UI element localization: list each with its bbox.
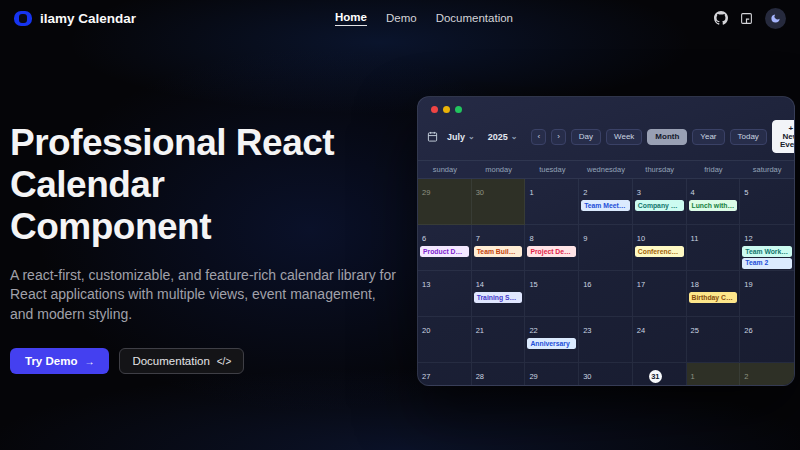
maximize-window-icon[interactable] [455,106,462,113]
calendar-day-cell[interactable]: 2Team Meeting [579,179,633,225]
calendar-event[interactable]: Anniversary [527,338,576,349]
calendar-day-cell[interactable]: 6Product Demo [418,225,472,271]
theme-toggle-moon-icon[interactable] [765,8,786,29]
navbar: ilamy Calendar Home Demo Documentation [0,0,800,36]
calendar-day-cell[interactable]: 1 [525,179,579,225]
calendar-event[interactable]: Team Workshop [742,246,792,257]
day-number: 25 [691,326,699,335]
calendar-day-cell[interactable]: 20 [418,317,472,363]
calendar-day-cell[interactable]: 13 [418,271,472,317]
code-icon: </> [217,356,231,367]
day-number: 7 [476,234,480,243]
calendar-day-cell[interactable]: 30 [579,363,633,386]
calendar-day-cell[interactable]: 18Birthday Celebration [687,271,741,317]
page-title: Professional React Calendar Component [10,122,415,249]
prev-button[interactable]: ‹ [531,129,546,145]
day-number: 1 [529,188,533,197]
day-number: 22 [529,326,537,335]
calendar-day-cell[interactable]: 24 [633,317,687,363]
try-demo-button[interactable]: Try Demo → [10,348,109,374]
calendar-day-cell[interactable]: 1 [687,363,741,386]
calendar-day-cell[interactable]: 28 [472,363,526,386]
calendar-day-cell[interactable]: 5 [740,179,794,225]
calendar-event[interactable]: Training Session [474,292,523,303]
calendar-event[interactable]: Company Holiday [635,200,684,211]
calendar-day-cell[interactable]: 8Project Deadline [525,225,579,271]
calendar-day-cell[interactable]: 23 [579,317,633,363]
nav-link-demo[interactable]: Demo [386,12,417,24]
calendar-day-cell[interactable]: 16 [579,271,633,317]
try-demo-label: Try Demo [25,355,77,367]
npm-icon[interactable] [739,11,754,26]
year-select[interactable]: 2025 ⌄ [484,129,522,145]
view-month-button[interactable]: Month [647,129,687,145]
brand-name: ilamy Calendar [40,11,136,26]
calendar-event[interactable]: Team Meeting [581,200,630,211]
calendar-day-cell[interactable]: 21 [472,317,526,363]
calendar-day-cell[interactable]: 11 [687,225,741,271]
day-number: 8 [529,234,533,243]
day-number: 17 [637,280,645,289]
chevron-left-icon: ‹ [537,132,540,141]
day-number: 29 [422,188,430,197]
day-number: 9 [583,234,587,243]
calendar-day-cell[interactable]: 15 [525,271,579,317]
calendar-event[interactable]: Lunch with Client [689,200,738,211]
calendar-event[interactable]: Birthday Celebration [689,292,738,303]
calendar-day-cell[interactable]: 2 [740,363,794,386]
calendar-day-cell[interactable]: 12Team WorkshopTeam 2Client Feedback Ses… [740,225,794,271]
calendar-day-cell[interactable]: 22Anniversary [525,317,579,363]
calendar-day-cell[interactable]: 3Company Holiday [633,179,687,225]
day-number: 24 [637,326,645,335]
calendar-day-cell[interactable]: 17 [633,271,687,317]
next-button[interactable]: › [551,129,566,145]
day-number: 19 [744,280,752,289]
close-window-icon[interactable] [431,106,438,113]
minimize-window-icon[interactable] [443,106,450,113]
calendar-day-cell[interactable]: 26 [740,317,794,363]
brand[interactable]: ilamy Calendar [14,11,136,26]
calendar-event[interactable]: Team 2 [742,258,792,269]
day-of-week-header: sunday monday tuesday wednesday thursday… [418,160,794,179]
calendar-event[interactable]: Team Building [474,246,523,257]
new-event-button[interactable]: + New Event [772,120,795,153]
calendar-day-cell[interactable]: 19 [740,271,794,317]
calendar-day-cell[interactable]: 27 [418,363,472,386]
calendar-event[interactable]: Project Deadline [527,246,576,257]
calendar-grid: 293012Team Meeting3Company Holiday4Lunch… [418,179,794,386]
calendar-event[interactable]: Product Demo [420,246,469,257]
calendar-day-cell[interactable]: 25 [687,317,741,363]
day-number: 12 [744,234,752,243]
nav-link-home[interactable]: Home [335,11,367,26]
calendar-day-cell[interactable]: 30 [472,179,526,225]
documentation-button[interactable]: Documentation </> [119,348,244,374]
chevron-down-icon: ⌄ [468,132,475,141]
calendar-day-cell[interactable]: 29 [525,363,579,386]
window-controls [418,97,794,113]
calendar-day-cell[interactable]: 4Lunch with Client [687,179,741,225]
calendar-event[interactable]: Conference Call [635,246,684,257]
nav-link-documentation[interactable]: Documentation [436,12,513,24]
calendar-day-cell[interactable]: 7Team Building [472,225,526,271]
github-icon[interactable] [713,11,728,26]
today-button[interactable]: Today [730,129,767,145]
navbar-icons [713,8,786,29]
view-day-button[interactable]: Day [571,129,601,145]
month-select[interactable]: July ⌄ [443,129,479,145]
calendar-toolbar: July ⌄ 2025 ⌄ ‹ › Day Week Month Year To… [418,113,794,153]
calendar-day-cell[interactable]: 14Training Session [472,271,526,317]
day-number: 13 [422,280,430,289]
calendar-day-cell[interactable]: 9 [579,225,633,271]
day-number: 30 [476,188,484,197]
calendar-day-cell[interactable]: 29 [418,179,472,225]
day-number: 6 [422,234,426,243]
day-number: 14 [476,280,484,289]
year-select-value: 2025 [488,132,508,142]
calendar-day-cell[interactable]: 31 [633,363,687,386]
view-year-button[interactable]: Year [692,129,724,145]
day-number: 5 [744,188,748,197]
day-number: 27 [422,372,430,381]
calendar-day-cell[interactable]: 10Conference Call [633,225,687,271]
day-number: 3 [637,188,641,197]
view-week-button[interactable]: Week [606,129,642,145]
